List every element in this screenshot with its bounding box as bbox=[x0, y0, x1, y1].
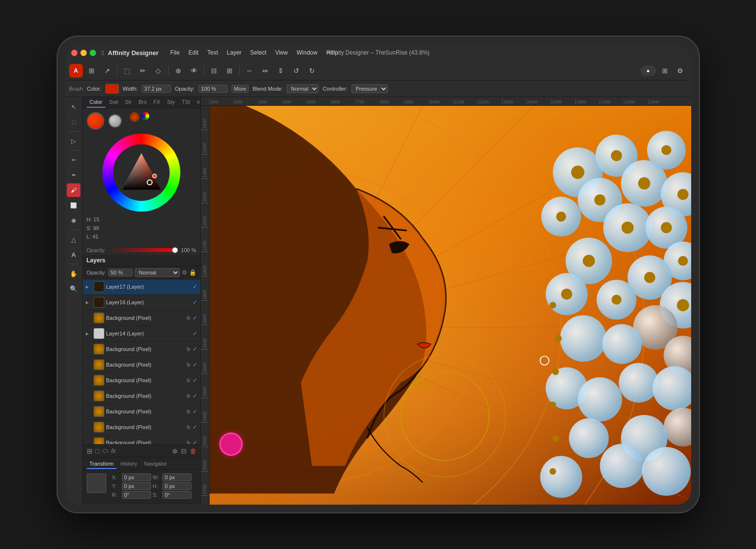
paint-brush-tool[interactable]: 🖌 bbox=[67, 183, 80, 197]
opacity-input[interactable] bbox=[198, 85, 228, 93]
fx-bottom-icon[interactable]: fx bbox=[111, 448, 116, 454]
menu-edit[interactable]: Edit bbox=[185, 48, 203, 57]
tab-styles[interactable]: Sty bbox=[164, 97, 178, 108]
expand-icon[interactable]: ▶ bbox=[86, 300, 92, 305]
share-icon[interactable]: ↗ bbox=[100, 64, 114, 78]
color-preset-1[interactable] bbox=[130, 112, 139, 122]
layer-visibility-check[interactable]: ✓ bbox=[193, 299, 197, 306]
color-swatch[interactable] bbox=[105, 84, 119, 94]
fill-tool[interactable]: ◉ bbox=[67, 214, 80, 227]
pen-tool[interactable]: ▷ bbox=[67, 134, 80, 148]
layer-item[interactable]: Background (Pixel) fx ✓ bbox=[83, 420, 200, 435]
menu-text[interactable]: Text bbox=[203, 48, 222, 57]
layer-item[interactable]: Background (Pixel) fx ✓ bbox=[83, 389, 200, 404]
layer-fx-icon[interactable]: fx bbox=[187, 393, 191, 399]
node-icon[interactable]: ◇ bbox=[152, 64, 165, 78]
color-wheel-mini[interactable] bbox=[141, 112, 149, 120]
minimize-button[interactable] bbox=[80, 50, 87, 56]
align-icon[interactable]: ⊟ bbox=[207, 64, 221, 78]
settings-icon[interactable]: ⚙ bbox=[674, 64, 687, 78]
expand-icon[interactable]: ▶ bbox=[86, 332, 92, 336]
move-icon[interactable]: ↔ bbox=[243, 64, 256, 78]
s-input[interactable] bbox=[162, 491, 192, 499]
layer-visibility-check[interactable]: ✓ bbox=[193, 408, 197, 415]
select-icon[interactable]: ⬚ bbox=[120, 64, 134, 78]
mask-icon[interactable]: ⬭ bbox=[102, 447, 108, 455]
tab-swatches[interactable]: Swt bbox=[106, 97, 121, 108]
tab-fx[interactable]: FX bbox=[151, 97, 163, 108]
studio-icon[interactable]: ● bbox=[640, 65, 656, 76]
menu-select[interactable]: Select bbox=[246, 48, 270, 57]
layer-visibility-check[interactable]: ✓ bbox=[193, 346, 197, 353]
layer-fx-icon[interactable]: fx bbox=[187, 425, 191, 430]
layer-item[interactable]: Background (Pixel) fx ✓ bbox=[83, 342, 200, 357]
layers-blend-select[interactable]: Normal bbox=[135, 268, 180, 277]
layer-visibility-check[interactable]: ✓ bbox=[193, 424, 197, 431]
layer-visibility-check[interactable]: ✓ bbox=[193, 314, 197, 321]
h-input[interactable] bbox=[162, 482, 192, 490]
rotate-l-icon[interactable]: ↺ bbox=[290, 64, 303, 78]
secondary-color-swatch[interactable] bbox=[108, 114, 122, 128]
layer-item[interactable]: Background (Pixel) fx ✓ bbox=[83, 373, 200, 389]
hand-tool[interactable]: ✋ bbox=[67, 267, 80, 280]
flip-v-icon[interactable]: ⇕ bbox=[274, 64, 288, 78]
x-input[interactable] bbox=[122, 473, 151, 481]
menu-layer[interactable]: Layer bbox=[223, 48, 245, 57]
menu-view[interactable]: View bbox=[271, 48, 292, 57]
add-pixel-icon[interactable]: □ bbox=[96, 447, 99, 455]
layers-opacity-input[interactable] bbox=[108, 269, 133, 276]
layer-item[interactable]: ▶ Layer16 (Layer) ✓ bbox=[83, 295, 200, 311]
layer-fx-icon[interactable]: fx bbox=[187, 362, 191, 368]
layer-item[interactable]: Background (Pixel) fx ✓ bbox=[83, 311, 200, 326]
erase-tool[interactable]: ⬜ bbox=[67, 198, 80, 212]
r-input[interactable] bbox=[122, 491, 151, 499]
layer-fx-icon[interactable]: fx bbox=[187, 409, 191, 414]
personas-icon[interactable]: ⊞ bbox=[658, 64, 672, 78]
layer-fx-icon[interactable]: fx bbox=[187, 315, 191, 321]
layer-visibility-check[interactable]: ✓ bbox=[193, 283, 197, 290]
zoom-tool[interactable]: 🔍 bbox=[67, 282, 80, 295]
add-layer-icon[interactable]: ⊕ bbox=[172, 447, 178, 455]
layer-fx-icon[interactable]: fx bbox=[187, 347, 191, 352]
select-tool[interactable]: ↖ bbox=[67, 100, 80, 114]
layer-visibility-check[interactable]: ✓ bbox=[193, 361, 197, 368]
affinity-logo-icon[interactable]: A bbox=[69, 64, 83, 78]
menu-window[interactable]: Window bbox=[293, 48, 322, 57]
menu-file[interactable]: File bbox=[166, 48, 183, 57]
view-icon[interactable]: 👁 bbox=[187, 64, 201, 78]
vector-brush-tool[interactable]: ✒ bbox=[67, 168, 80, 182]
tab-brushes[interactable]: Brs bbox=[136, 97, 150, 108]
layer-item[interactable]: Background (Pixel) fx ✓ bbox=[83, 404, 200, 420]
group-icon[interactable]: ⊞ bbox=[87, 447, 93, 455]
layer-item[interactable]: ▶ Layer17 (Layer) ✓ bbox=[83, 279, 200, 295]
controller-select[interactable]: Pressure bbox=[351, 84, 388, 93]
layer-item[interactable]: Background (Pixel) fx ✓ bbox=[83, 357, 200, 373]
opacity-thumb[interactable] bbox=[172, 247, 178, 253]
layer-visibility-check[interactable]: ✓ bbox=[193, 439, 197, 444]
layer-visibility-check[interactable]: ✓ bbox=[193, 392, 197, 399]
arrange-icon[interactable]: ⊞ bbox=[223, 64, 236, 78]
layer-item[interactable]: ▶ Layer14 (Layer) ✓ bbox=[83, 326, 200, 342]
text-tool[interactable]: A bbox=[67, 248, 80, 261]
rotate-r-icon[interactable]: ↻ bbox=[305, 64, 319, 78]
layer-fx-icon[interactable]: fx bbox=[187, 378, 191, 383]
settings-icon-layers[interactable]: ⚙ bbox=[182, 269, 187, 276]
flip-h-icon[interactable]: ⇔ bbox=[258, 64, 272, 78]
tab-color[interactable]: Color bbox=[87, 97, 105, 108]
tab-navigator[interactable]: Navigator bbox=[141, 459, 170, 469]
width-input[interactable] bbox=[142, 85, 171, 93]
maximize-button[interactable] bbox=[90, 50, 96, 56]
pen-icon[interactable]: ✏ bbox=[136, 64, 150, 78]
delete-layer-icon[interactable]: 🗑 bbox=[190, 447, 196, 455]
tab-strokes[interactable]: Str bbox=[122, 97, 135, 108]
expand-icon[interactable]: ▶ bbox=[86, 285, 92, 289]
layer-fx-icon[interactable]: fx bbox=[187, 440, 191, 444]
color-wheel-container[interactable] bbox=[102, 134, 180, 212]
zoom-icon[interactable]: ⊕ bbox=[172, 64, 185, 78]
tab-history[interactable]: History bbox=[117, 459, 140, 469]
triangle-picker[interactable] bbox=[119, 151, 163, 195]
layer-visibility-check[interactable]: ✓ bbox=[193, 330, 197, 337]
layer-visibility-check[interactable]: ✓ bbox=[193, 377, 197, 384]
tab-tst[interactable]: TSt bbox=[179, 97, 193, 108]
grid-icon[interactable]: ⊞ bbox=[85, 64, 98, 78]
